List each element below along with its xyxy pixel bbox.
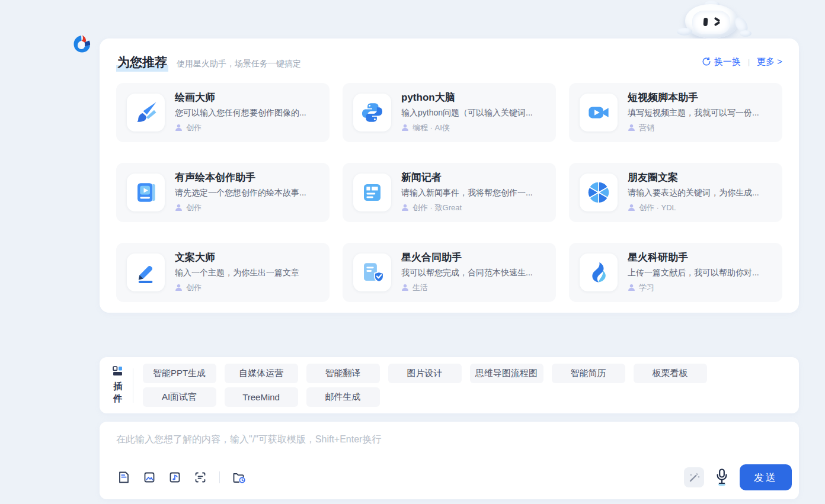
audio-book-icon [127,174,165,211]
assistant-tag-text: 生活 [412,283,428,293]
assistant-tag-text: 营销 [639,123,654,133]
assistant-tags: 创作 [175,283,299,293]
paint-brush-icon [127,94,165,131]
assistant-card-short-video[interactable]: 短视频脚本助手 填写短视频主题，我就可以写一份... 营销 [569,83,782,142]
assistant-card-paint-master[interactable]: 绘画大师 您可以输入您任何想要创作图像的... 创作 [116,83,330,142]
plugin-panel: 插件 智能PPT生成 自媒体运营 智能翻译 图片设计 思维导图流程图 智能简历 … [100,357,799,413]
assistant-tag-text: 创作 · YDL [639,203,676,213]
assistant-tags: 营销 [628,123,759,133]
person-icon [175,204,183,211]
assistant-title: 有声绘本创作助手 [175,172,306,184]
refresh-button[interactable]: 换一换 [702,56,741,68]
plugin-chip-resume[interactable]: 智能简历 [552,364,625,383]
audio-file-icon [168,470,182,484]
person-icon [628,284,635,291]
assistant-title: 文案大师 [175,252,299,264]
ocr-scan-button[interactable] [193,470,208,485]
person-icon [628,204,635,211]
assistant-tags: 学习 [628,283,759,293]
actions-divider: | [748,57,750,66]
more-label: 更多 > [757,56,782,68]
plugin-label: 插件 [109,366,127,405]
assistant-tags: 创作 · 致Great [401,203,533,213]
assistant-card-grid: 绘画大师 您可以输入您任何想要创作图像的... 创作 python大脑 [116,83,782,302]
plugin-label-text: 插件 [113,380,123,405]
person-icon [175,284,183,291]
spark-flame-icon [580,253,618,291]
assistant-title: 朋友圈文案 [628,172,759,184]
send-button[interactable]: 发送 [740,464,792,490]
assistant-card-audio-book[interactable]: 有声绘本创作助手 请先选定一个您想创作的绘本故事... 创作 [116,163,330,222]
assistant-card-copy-master[interactable]: 文案大师 输入一个主题，为你生出一篇文章 创作 [116,243,330,302]
assistant-desc: 上传一篇文献后，我可以帮助你对... [628,268,759,278]
scan-icon [193,470,207,484]
person-icon [401,204,409,211]
mascot-left-eye [704,18,708,26]
image-file-icon [142,470,156,484]
upload-image-button[interactable] [142,470,157,485]
recommend-actions: 换一换 | 更多 > [702,56,782,68]
plugin-chip-ai-interviewer[interactable]: AI面试官 [143,387,216,407]
assistant-desc: 请先选定一个您想创作的绘本故事... [175,188,306,198]
person-icon [175,124,183,131]
assistant-card-news-reporter[interactable]: 新闻记者 请输入新闻事件，我将帮您创作一... 创作 · 致Great [343,163,556,222]
python-icon [353,94,391,131]
microphone-icon [714,468,730,487]
recommend-panel: 为您推荐 使用星火助手，场景任务一键搞定 换一换 | 更多 > [100,38,799,313]
assistant-card-research-helper[interactable]: 星火科研助手 上传一篇文献后，我可以帮助你对... 学习 [569,243,782,302]
newspaper-icon [353,174,391,211]
assistant-desc: 请输入要表达的关键词，为你生成... [628,188,759,198]
assistant-card-moments-copy[interactable]: 朋友圈文案 请输入要表达的关键词，为你生成... 创作 · YDL [569,163,782,222]
mascot-right-hand [740,30,752,37]
plugin-chip-ppt[interactable]: 智能PPT生成 [143,364,216,383]
composer-toolbar: 发送 [116,464,792,490]
spark-logo-icon [73,34,91,53]
microphone-button[interactable] [713,467,731,487]
file-history-icon [231,470,247,484]
video-camera-icon [580,94,618,131]
plugin-chip-banli-board[interactable]: 板栗看板 [634,364,707,383]
message-input[interactable] [116,434,661,460]
assistant-card-contract-helper[interactable]: 星火合同助手 我可以帮您完成，合同范本快速生... 生活 [343,243,556,302]
magic-wand-button[interactable] [684,467,704,487]
plugin-chip-media[interactable]: 自媒体运营 [225,364,298,383]
assistant-tag-text: 创作 [186,203,202,213]
assistant-desc: 输入一个主题，为你生出一篇文章 [175,268,299,278]
plugin-chip-mindmap[interactable]: 思维导图流程图 [470,364,543,383]
plugin-chip-translate[interactable]: 智能翻译 [306,364,380,383]
assistant-title: 星火科研助手 [628,252,759,264]
upload-document-button[interactable] [116,470,132,485]
assistant-tag-text: 创作 · 致Great [412,203,462,213]
mascot-left-hand [677,28,692,36]
iflytek-spark-logo[interactable] [73,34,91,53]
assistant-title: 新闻记者 [401,172,533,184]
magic-wand-icon [688,471,700,483]
plugin-chip-image-design[interactable]: 图片设计 [388,364,462,383]
plugin-grid-icon [113,366,123,376]
assistant-desc: 您可以输入您任何想要创作图像的... [175,108,306,118]
page-title: 为您推荐 [116,54,168,72]
pencil-icon [127,253,165,291]
contract-shield-icon [353,253,391,291]
mascot-face [692,11,730,34]
plugin-chip-email[interactable]: 邮件生成 [306,387,380,407]
assistant-card-python-brain[interactable]: python大脑 输入python问题（可以输入关键词... 编程 · AI侠 [343,83,556,142]
page-subtitle: 使用星火助手，场景任务一键搞定 [177,59,301,69]
aperture-icon [580,174,618,211]
more-button[interactable]: 更多 > [757,56,782,68]
toolbar-divider [219,471,220,483]
composer-right-tools: 发送 [684,464,792,490]
spark-robot-mascot [677,2,754,40]
assistant-tags: 生活 [401,283,533,293]
recommend-header: 为您推荐 使用星火助手，场景任务一键搞定 换一换 | 更多 > [116,54,782,72]
assistant-desc: 输入python问题（可以输入关键词... [401,108,533,118]
assistant-tag-text: 创作 [186,283,202,293]
assistant-desc: 请输入新闻事件，我将帮您创作一... [401,188,533,198]
assistant-tags: 编程 · AI侠 [401,123,533,133]
file-history-button[interactable] [231,470,247,485]
plugin-chip-treemind[interactable]: TreeMind [225,387,298,407]
assistant-title: 短视频脚本助手 [628,92,759,104]
assistant-tag-text: 创作 [186,123,202,133]
upload-audio-button[interactable] [167,470,183,485]
assistant-tags: 创作 [175,123,306,133]
